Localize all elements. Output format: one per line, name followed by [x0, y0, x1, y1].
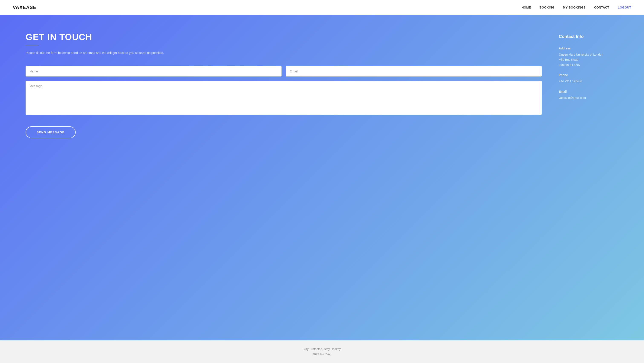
brand-logo[interactable]: VAXEASE	[13, 5, 36, 10]
name-input[interactable]	[26, 66, 282, 76]
form-section: GET IN TOUCH Please fill out the form be…	[26, 32, 542, 319]
phone-block: Phone +44 7911 123456	[559, 73, 618, 84]
message-textarea[interactable]	[26, 81, 542, 115]
address-value: Queen Mary University of London Mile End…	[559, 52, 618, 67]
nav-link-contact[interactable]: CONTACT	[594, 6, 609, 9]
nav-item-logout[interactable]: LOGOUT	[618, 5, 631, 9]
nav-links: HOME BOOKING MY BOOKINGS CONTACT LOGOUT	[522, 5, 631, 9]
address-line3: London E1 4NS	[559, 63, 580, 66]
title-underline	[26, 45, 38, 45]
address-line1: Queen Mary University of London	[559, 53, 603, 56]
nav-link-home[interactable]: HOME	[522, 6, 531, 9]
navbar: VAXEASE HOME BOOKING MY BOOKINGS CONTACT…	[0, 0, 644, 15]
email-value: vaxease@qmul.com	[559, 95, 618, 100]
nav-item-my-bookings[interactable]: MY BOOKINGS	[563, 5, 586, 9]
email-block: Email vaxease@qmul.com	[559, 90, 618, 100]
form-row-top	[26, 66, 542, 76]
nav-link-my-bookings[interactable]: MY BOOKINGS	[563, 6, 586, 9]
send-message-button[interactable]: SEND MESSAGE	[26, 126, 76, 138]
page-title: GET IN TOUCH	[26, 32, 542, 42]
footer-line2: 2023 Ian Yang	[312, 353, 332, 356]
address-block: Address Queen Mary University of London …	[559, 47, 618, 67]
main-content: GET IN TOUCH Please fill out the form be…	[0, 15, 644, 341]
footer-line1: Stay Protected, Stay Healthy.	[302, 347, 342, 351]
contact-info-section: Contact Info Address Queen Mary Universi…	[559, 32, 618, 319]
address-line2: Mile End Road	[559, 58, 578, 61]
email-input[interactable]	[286, 66, 542, 76]
nav-item-home[interactable]: HOME	[522, 5, 531, 9]
nav-item-contact[interactable]: CONTACT	[594, 5, 609, 9]
phone-value: +44 7911 123456	[559, 79, 618, 84]
nav-item-booking[interactable]: BOOKING	[539, 5, 554, 9]
footer: Stay Protected, Stay Healthy. 2023 Ian Y…	[0, 341, 644, 363]
footer-text: Stay Protected, Stay Healthy. 2023 Ian Y…	[4, 346, 640, 357]
email-label: Email	[559, 90, 618, 93]
nav-link-logout[interactable]: LOGOUT	[618, 6, 631, 9]
page-subtitle: Please fill out the form below to send u…	[26, 50, 542, 55]
phone-label: Phone	[559, 73, 618, 77]
contact-info-title: Contact Info	[559, 34, 618, 39]
address-label: Address	[559, 47, 618, 50]
nav-link-booking[interactable]: BOOKING	[539, 6, 554, 9]
